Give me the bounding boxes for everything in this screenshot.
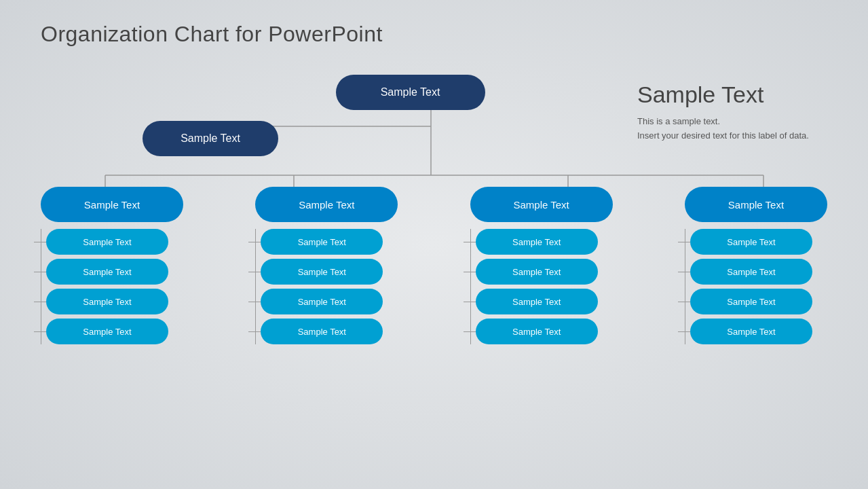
list-item: Sample Text (261, 259, 383, 285)
col-4-items: Sample Text Sample Text Sample Text Samp… (678, 229, 834, 344)
list-item: Sample Text (476, 319, 598, 344)
column-2: Sample Text Sample Text Sample Text Samp… (248, 187, 404, 344)
root-node: Sample Text (336, 75, 485, 110)
info-box: Sample Text This is a sample text. Inser… (637, 82, 814, 143)
list-item: Sample Text (476, 289, 598, 314)
col-3-items: Sample Text Sample Text Sample Text Samp… (464, 229, 620, 344)
list-item: Sample Text (261, 229, 383, 255)
list-item: Sample Text (476, 259, 598, 285)
column-4: Sample Text Sample Text Sample Text Samp… (678, 187, 834, 344)
info-title: Sample Text (637, 82, 814, 108)
col-4-header: Sample Text (685, 187, 827, 222)
col-3-header: Sample Text (470, 187, 613, 222)
list-item: Sample Text (690, 289, 812, 314)
columns-row: Sample Text Sample Text Sample Text Samp… (27, 187, 841, 344)
column-3: Sample Text Sample Text Sample Text Samp… (464, 187, 620, 344)
side-node: Sample Text (143, 121, 278, 156)
col-1-items: Sample Text Sample Text Sample Text Samp… (34, 229, 190, 344)
list-item: Sample Text (690, 319, 812, 344)
list-item: Sample Text (261, 319, 383, 344)
list-item: Sample Text (46, 229, 168, 255)
info-text: This is a sample text. Insert your desir… (637, 115, 814, 143)
list-item: Sample Text (46, 259, 168, 285)
page-title: Organization Chart for PowerPoint (41, 22, 383, 47)
list-item: Sample Text (476, 229, 598, 255)
column-1: Sample Text Sample Text Sample Text Samp… (34, 187, 190, 344)
list-item: Sample Text (690, 259, 812, 285)
list-item: Sample Text (261, 289, 383, 314)
list-item: Sample Text (46, 319, 168, 344)
col-1-header: Sample Text (41, 187, 183, 222)
col-2-items: Sample Text Sample Text Sample Text Samp… (248, 229, 404, 344)
list-item: Sample Text (690, 229, 812, 255)
col-2-header: Sample Text (255, 187, 398, 222)
list-item: Sample Text (46, 289, 168, 314)
